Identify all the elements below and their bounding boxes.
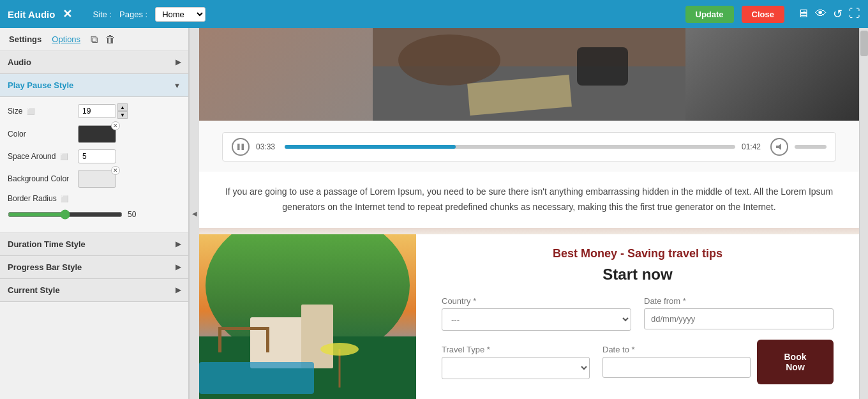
history-icon[interactable]: ↺	[833, 7, 842, 21]
progress-bar-label: Progress Bar Style	[8, 262, 82, 272]
travel-title: Best Money - Saving travel tips	[442, 247, 834, 260]
network-icon[interactable]: ⛶	[849, 7, 860, 21]
date-to-label: Date to *	[602, 345, 751, 354]
border-radius-label: Border Radius ⬜	[8, 194, 78, 203]
form-row-2-with-btn: Travel Type * Date to * BookNow	[442, 340, 834, 384]
update-button[interactable]: Update	[685, 6, 734, 23]
size-input[interactable]	[78, 104, 116, 118]
svg-rect-16	[266, 327, 269, 352]
duration-time-section-header[interactable]: Duration Time Style ▶	[0, 233, 188, 256]
trash-icon[interactable]: 🗑	[105, 34, 116, 45]
duration-time-label: Duration Time Style	[8, 239, 86, 249]
color-swatch-wrap: ✕	[78, 125, 116, 143]
top-icons: 🖥 👁 ↺ ⛶	[797, 7, 860, 21]
current-time: 03:33	[256, 142, 278, 151]
current-style-label: Current Style	[8, 285, 60, 295]
audio-player-bar: 03:33 01:42	[222, 132, 836, 162]
border-radius-value: 50	[128, 210, 143, 219]
audio-arrow-icon: ▶	[176, 58, 181, 66]
collapse-panel-button[interactable]: ◀	[189, 28, 199, 399]
tab-options[interactable]: Options	[49, 33, 83, 45]
country-group: Country * ---	[442, 296, 631, 331]
current-style-arrow-icon: ▶	[176, 286, 181, 294]
progress-bar-section-header[interactable]: Progress Bar Style ▶	[0, 256, 188, 279]
size-monitor-icon: ⬜	[27, 108, 34, 115]
volume-slider[interactable]	[795, 145, 827, 149]
svg-rect-6	[237, 144, 240, 150]
svg-rect-7	[242, 144, 244, 150]
total-time: 01:42	[742, 142, 764, 151]
country-select[interactable]: ---	[442, 308, 631, 331]
tab-settings[interactable]: Settings	[6, 33, 44, 45]
br-monitor-icon: ⬜	[61, 195, 68, 202]
border-radius-slider-wrap: 50	[8, 209, 181, 226]
right-scrollbar[interactable]	[859, 28, 868, 399]
date-from-input[interactable]	[644, 308, 834, 329]
audio-image	[199, 28, 859, 121]
play-pause-arrow-icon: ▼	[174, 82, 181, 89]
space-around-input[interactable]	[78, 149, 116, 163]
border-radius-field-row: Border Radius ⬜	[8, 194, 181, 203]
color-swatch[interactable]	[78, 125, 116, 143]
scrollbar-thumb[interactable]	[860, 31, 868, 56]
travel-form-area: Best Money - Saving travel tips Start no…	[416, 234, 859, 399]
bg-color-field-row: Background Color ✕	[8, 170, 181, 188]
color-clear-button[interactable]: ✕	[111, 121, 120, 130]
audio-section-label: Audio	[8, 57, 31, 67]
volume-button[interactable]	[770, 138, 788, 156]
svg-point-3	[398, 34, 500, 86]
travel-section: Best Money - Saving travel tips Start no…	[199, 234, 859, 399]
date-to-input[interactable]	[602, 357, 751, 378]
travel-type-group: Travel Type *	[442, 345, 590, 379]
travel-subtitle: Start now	[442, 266, 834, 283]
main-layout: Settings Options ⧉ 🗑 Audio ▶ Play Pause …	[0, 28, 868, 399]
app-title: Edit Audio	[8, 9, 55, 20]
border-radius-slider[interactable]	[8, 209, 123, 220]
duration-arrow-icon: ▶	[176, 240, 181, 248]
svg-point-19	[320, 343, 359, 356]
pages-label: Pages :	[119, 10, 147, 19]
svg-rect-17	[199, 362, 314, 394]
date-from-group: Date from *	[644, 296, 834, 331]
space-around-field-row: Space Around ⬜	[8, 149, 181, 163]
book-now-button[interactable]: BookNow	[757, 340, 834, 384]
color-label: Color	[8, 130, 78, 139]
audio-image-svg	[373, 28, 685, 121]
size-up-button[interactable]: ▲	[117, 103, 128, 111]
pause-button[interactable]	[232, 138, 250, 156]
audio-section-header[interactable]: Audio ▶	[0, 51, 188, 74]
bg-color-clear-button[interactable]: ✕	[111, 166, 120, 175]
svg-rect-15	[218, 327, 221, 352]
size-field-row: Size ⬜ ▲ ▼	[8, 103, 181, 119]
close-button[interactable]: Close	[742, 6, 784, 23]
travel-type-select[interactable]	[442, 357, 590, 379]
right-content: 03:33 01:42	[199, 28, 859, 399]
progress-bar[interactable]	[285, 145, 735, 149]
color-field-row: Color ✕	[8, 125, 181, 143]
copy-icon[interactable]: ⧉	[91, 34, 98, 45]
progress-fill	[285, 145, 456, 149]
pages-select[interactable]: Home About Contact	[155, 7, 206, 22]
bg-color-swatch[interactable]	[78, 170, 116, 188]
play-pause-section-label: Play Pause Style	[8, 80, 73, 90]
date-to-group: Date to *	[602, 345, 751, 379]
pause-icon	[237, 143, 244, 151]
audio-section: 03:33 01:42	[199, 28, 859, 172]
country-label: Country *	[442, 296, 631, 306]
play-pause-section-content: Size ⬜ ▲ ▼ Color	[0, 97, 188, 233]
svg-marker-8	[776, 144, 781, 150]
travel-type-label: Travel Type *	[442, 345, 590, 354]
size-down-button[interactable]: ▼	[117, 111, 128, 119]
form-row-1: Country * --- Date from *	[442, 296, 834, 331]
current-style-section-header[interactable]: Current Style ▶	[0, 279, 188, 302]
content-area: 03:33 01:42	[199, 28, 859, 399]
tab-bar: Settings Options ⧉ 🗑	[0, 28, 188, 51]
close-x-button[interactable]: ✕	[63, 7, 72, 21]
eye-icon[interactable]: 👁	[815, 7, 827, 21]
desktop-icon[interactable]: 🖥	[797, 7, 809, 21]
volume-icon	[775, 143, 783, 151]
svg-rect-4	[577, 47, 628, 86]
space-around-label: Space Around ⬜	[8, 152, 78, 161]
bg-color-label: Background Color	[8, 174, 78, 183]
play-pause-section-header[interactable]: Play Pause Style ▼	[0, 74, 188, 97]
